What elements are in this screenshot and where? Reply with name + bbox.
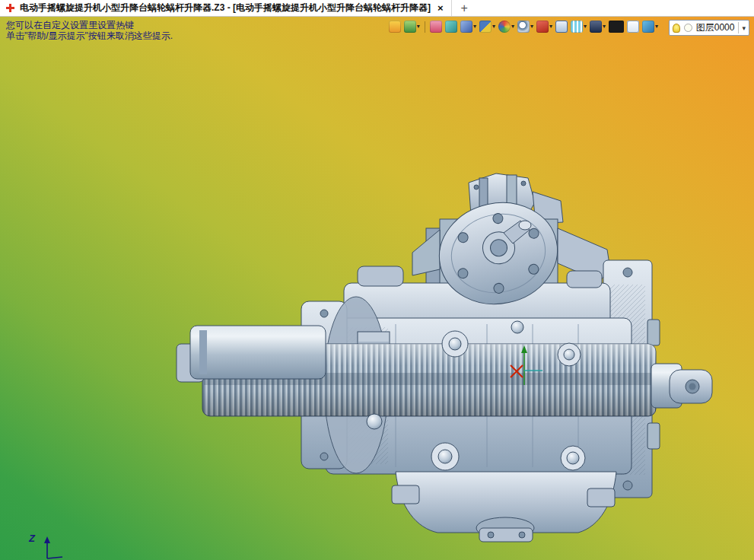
- dropdown-caret-icon[interactable]: ▾: [584, 24, 587, 30]
- document-tab[interactable]: 电动手摇螺旋提升机小型升降台蜗轮蜗杆升降器.Z3 - [电动手摇螺旋提升机小型升…: [20, 0, 452, 16]
- axis-arrow-icon: [37, 534, 67, 560]
- shade-mode-icon: [479, 21, 492, 33]
- right-shaft-clevis[interactable]: [651, 364, 712, 408]
- open-icon: [389, 21, 401, 33]
- window-button[interactable]: [555, 21, 568, 33]
- layer-control[interactable]: 图层0000 ▾: [669, 20, 749, 36]
- hint-line-1: 您可以在自定义设置里设置热键: [6, 20, 173, 30]
- window-icon: [555, 21, 568, 33]
- background-dark-button[interactable]: [609, 21, 624, 33]
- view-axis-triad: Z: [26, 533, 75, 560]
- monitor-button[interactable]: ▾: [590, 21, 606, 33]
- color-palette-button[interactable]: ▾: [498, 21, 514, 33]
- background-light-button[interactable]: [627, 21, 639, 33]
- view-iso-icon: [445, 21, 457, 33]
- hint-line-2: 单击"帮助/显示提示"按钮来取消这些提示.: [6, 30, 173, 41]
- app-window: 电动手摇螺旋提升机小型升降台蜗轮蜗杆升降器.Z3 - [电动手摇螺旋提升机小型升…: [0, 0, 754, 560]
- 3d-viewport[interactable]: 您可以在自定义设置里设置热键 单击"帮助/显示提示"按钮来取消这些提示. ▾▾▾…: [0, 17, 754, 560]
- background-dark-icon: [609, 21, 624, 33]
- monitor-icon: [590, 21, 602, 33]
- new-tab-button[interactable]: +: [461, 2, 468, 14]
- import-button[interactable]: ▾: [404, 21, 420, 33]
- grid-plane-icon: [571, 21, 583, 33]
- dropdown-caret-icon[interactable]: ▾: [473, 24, 476, 30]
- layer-dropdown-caret-icon[interactable]: ▾: [738, 22, 746, 33]
- erase-icon: [430, 21, 442, 33]
- flange-shaft-stub-cap: [519, 221, 531, 230]
- dropdown-caret-icon[interactable]: ▾: [655, 24, 658, 30]
- dropdown-caret-icon[interactable]: ▾: [511, 24, 514, 30]
- zoom-button[interactable]: ▾: [517, 21, 533, 33]
- tab-close-icon[interactable]: ×: [436, 3, 445, 13]
- zoom-icon: [517, 21, 530, 33]
- open-button[interactable]: [389, 21, 401, 33]
- left-input-shaft[interactable]: [177, 326, 326, 382]
- shade-mode-button[interactable]: ▾: [479, 21, 495, 33]
- select-filter-button[interactable]: ▾: [536, 21, 552, 33]
- background-light-icon: [627, 21, 639, 33]
- dropdown-caret-icon[interactable]: ▾: [549, 24, 552, 30]
- axis-z-label: Z: [29, 533, 35, 544]
- new-document-plus-icon[interactable]: [6, 4, 14, 12]
- layer-visibility-bulb-icon[interactable]: [673, 24, 680, 33]
- document-tab-bar: 电动手摇螺旋提升机小型升降台蜗轮蜗杆升降器.Z3 - [电动手摇螺旋提升机小型升…: [0, 0, 754, 17]
- dropdown-caret-icon[interactable]: ▾: [417, 24, 420, 30]
- grid-plane-button[interactable]: ▾: [571, 21, 587, 33]
- gearbox-geometry[interactable]: [177, 173, 712, 542]
- bottom-bell-housing[interactable]: [392, 472, 616, 542]
- quick-access-toolbar: ▾▾▾▾▾▾▾▾▾: [389, 21, 658, 33]
- dropdown-caret-icon[interactable]: ▾: [530, 24, 533, 30]
- document-tab-title: 电动手摇螺旋提升机小型升降台蜗轮蜗杆升降器.Z3 - [电动手摇螺旋提升机小型升…: [20, 2, 431, 14]
- import-icon: [404, 21, 416, 33]
- erase-button[interactable]: [430, 21, 442, 33]
- gearbox-3d-model[interactable]: [0, 17, 754, 560]
- startup-hints: 您可以在自定义设置里设置热键 单击"帮助/显示提示"按钮来取消这些提示.: [6, 20, 173, 41]
- dropdown-caret-icon[interactable]: ▾: [603, 24, 606, 30]
- active-layer-label: 图层0000: [696, 21, 735, 34]
- layer-color-swatch-icon[interactable]: [684, 24, 692, 32]
- display-mode-icon: [642, 21, 654, 33]
- toolbar-separator: [425, 21, 425, 33]
- dropdown-caret-icon[interactable]: ▾: [492, 24, 495, 30]
- view-iso-button[interactable]: [445, 21, 457, 33]
- view-cube-button[interactable]: ▾: [460, 21, 476, 33]
- select-filter-icon: [536, 21, 549, 33]
- view-cube-icon: [460, 21, 472, 33]
- display-mode-button[interactable]: ▾: [642, 21, 658, 33]
- color-palette-icon: [498, 21, 511, 33]
